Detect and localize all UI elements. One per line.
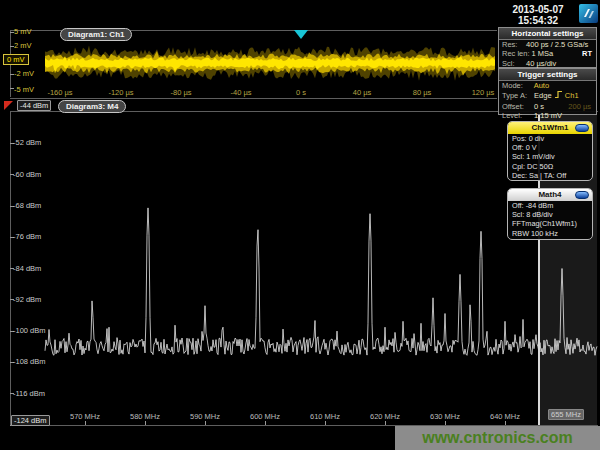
mode-value: Auto [534, 81, 549, 90]
ch1-scl-row: Scl: 1 mV/div [508, 152, 592, 161]
res-value: 400 ps / 2.5 GSa/s [526, 40, 588, 49]
d3-ylabel-3: -76 dBm [13, 232, 41, 241]
ch1wfm1-minimize-toggle[interactable] [575, 124, 589, 132]
d3-xlabel-7: 640 MHz [483, 412, 527, 421]
level-value: 1.15 mV [534, 111, 562, 120]
d1-ylabel-m5mv: -5 mV [14, 85, 34, 94]
d1-ylabel-5mv: 5 mV [14, 27, 32, 36]
watermark-text: www.cntronics.com [422, 429, 573, 446]
d1-xlabel-3: -40 µs [219, 88, 263, 97]
type-label: Type A: [502, 91, 532, 100]
realtime-badge: RT [582, 49, 592, 58]
math4-signal-box[interactable]: Math4 Off: -84 dBm Scl: 8 dB/div FFTmag(… [507, 188, 593, 240]
math4-rbw-row: RBW 100 kHz [508, 229, 592, 238]
ch1wfm1-header[interactable]: Ch1Wfm1 [508, 122, 592, 134]
level-label: Level: [502, 111, 532, 120]
datetime-display: 2013-05-07 15:54:32 [500, 4, 576, 26]
d1-xlabel-4: 0 s [279, 88, 323, 97]
d3-ylabel-2: -68 dBm [13, 201, 41, 210]
trigger-mode-row[interactable]: Mode: Auto [499, 81, 596, 90]
watermark-banner: www.cntronics.com [395, 426, 600, 450]
mode-label: Mode: [502, 81, 532, 90]
oscilloscope-screen: Diagram1: Ch1 5 mV 2 mV 0 mV -2 mV -5 mV… [0, 0, 600, 450]
tab-diagram1[interactable]: Diagram1: Ch1 [60, 28, 132, 41]
math4-fft-row: FFTmag(Ch1Wfm1) [508, 219, 592, 228]
ch1-off-row: Off: 0 V [508, 143, 592, 152]
edge-trigger-icon [554, 90, 563, 101]
ch1wfm1-title: Ch1Wfm1 [532, 123, 569, 132]
scl-label: Scl: [502, 59, 524, 68]
d3-ylabel-1: -60 dBm [13, 170, 41, 179]
tab-diagram3[interactable]: Diagram3: M4 [58, 100, 126, 113]
res-label: Res: [502, 40, 524, 49]
d3-ylabel-0: -52 dBm [13, 138, 41, 147]
d1-ylabel-m2mv: -2 mV [14, 69, 34, 78]
d1-xlabel-1: -120 µs [99, 88, 143, 97]
d3-xlabel-6: 630 MHz [423, 412, 467, 421]
spectrum-bottom-ref-label[interactable]: -124 dBm [11, 415, 50, 426]
diagram3-x-ticks [85, 421, 507, 425]
ch1-pos-row: Pos: 0 div [508, 134, 592, 143]
trigger-settings-panel: Trigger settings Mode: Auto Type A: Edge… [498, 68, 597, 115]
d1-xlabel-2: -80 µs [159, 88, 203, 97]
trigger-source: Ch1 [565, 91, 579, 100]
d1-xlabel-0: -160 µs [38, 88, 82, 97]
timescale-row[interactable]: Scl: 40 µs/div [499, 59, 596, 68]
trigger-position-marker[interactable] [294, 30, 308, 39]
diagram3-y-ticks [10, 143, 14, 426]
math4-title: Math4 [538, 190, 561, 199]
resolution-row[interactable]: Res: 400 ps / 2.5 GSa/s [499, 40, 596, 49]
ch1-dec-row: Dec: Sa | TA: Off [508, 171, 592, 180]
trigger-settings-title: Trigger settings [499, 69, 596, 81]
trigger-offset-row[interactable]: Offset: 0 s 200 µs [499, 102, 596, 111]
spectrum-top-ref-label[interactable]: -44 dBm [17, 100, 51, 111]
d3-xlabel-5: 620 MHz [363, 412, 407, 421]
math4-off-row: Off: -84 dBm [508, 201, 592, 210]
math4-header[interactable]: Math4 [508, 189, 592, 201]
math4-scl-row: Scl: 8 dB/div [508, 210, 592, 219]
d1-ylabel-2mv: 2 mV [14, 41, 32, 50]
record-length-row[interactable]: Rec len: 1 MSa RT [499, 49, 596, 58]
d3-ylabel-8: -116 dBm [13, 389, 45, 398]
ch1-offset-marker[interactable]: 0 mV [3, 54, 29, 65]
time-text: 15:54:32 [500, 15, 576, 26]
reclen-value: 1 MSa [532, 49, 554, 58]
math4-minimize-toggle[interactable] [575, 191, 589, 199]
d3-xlabel-4: 610 MHz [303, 412, 347, 421]
clipping-indicator-icon [4, 101, 13, 110]
d3-xlabel-1: 580 MHz [123, 412, 167, 421]
spectrum-right-edge-label: 655 MHz [548, 409, 584, 420]
offset-ghost-value: 200 µs [568, 102, 591, 111]
d3-ylabel-5: -92 dBm [13, 295, 41, 304]
date-text: 2013-05-07 [500, 4, 576, 15]
d3-ylabel-6: -100 dBm [13, 326, 46, 335]
d3-ylabel-7: -108 dBm [13, 357, 46, 366]
d3-ylabel-4: -84 dBm [13, 264, 41, 273]
ch1-cpl-row: Cpl: DC 50Ω [508, 162, 592, 171]
scl-value: 40 µs/div [526, 59, 556, 68]
reclen-label: Rec len: [502, 49, 530, 58]
offset-value: 0 s [534, 102, 544, 111]
trigger-type-row[interactable]: Type A: Edge Ch1 [499, 90, 596, 101]
ch1wfm1-signal-box[interactable]: Ch1Wfm1 Pos: 0 div Off: 0 V Scl: 1 mV/di… [507, 121, 593, 181]
d3-xlabel-0: 570 MHz [63, 412, 107, 421]
d1-xlabel-6: 80 µs [400, 88, 444, 97]
d1-xlabel-5: 40 µs [340, 88, 384, 97]
offset-label: Offset: [502, 102, 532, 111]
horizontal-settings-title: Horizontal settings [499, 28, 596, 40]
type-value: Edge [534, 91, 552, 100]
trigger-level-row[interactable]: Level: 1.15 mV [499, 111, 596, 120]
horizontal-settings-panel: Horizontal settings Res: 400 ps / 2.5 GS… [498, 27, 597, 68]
d3-xlabel-2: 590 MHz [183, 412, 227, 421]
d3-xlabel-3: 600 MHz [243, 412, 287, 421]
diagram1-bottom-border [10, 98, 497, 99]
rs-logo [579, 4, 598, 27]
